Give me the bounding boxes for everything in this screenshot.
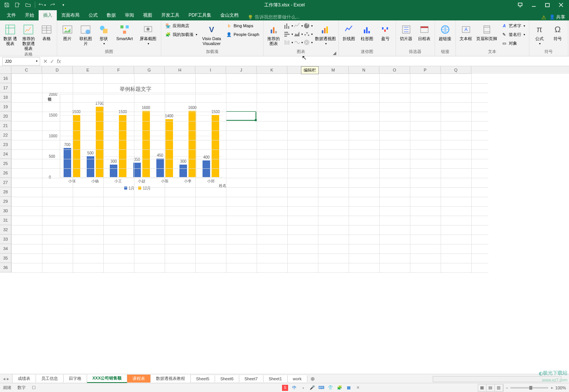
column-header[interactable]: F <box>103 66 134 74</box>
slicer-button[interactable]: 切片器 <box>398 22 414 41</box>
maximize-icon[interactable] <box>541 1 554 9</box>
row-header[interactable]: 23 <box>0 140 11 149</box>
line-chart-icon[interactable]: ▾ <box>294 22 303 30</box>
area-chart-icon[interactable]: ▾ <box>294 30 303 38</box>
macro-record-icon[interactable]: ▢ <box>32 385 36 390</box>
zoom-slider[interactable] <box>510 387 548 389</box>
column-header[interactable]: I <box>195 66 226 74</box>
row-header[interactable]: 31 <box>0 216 11 225</box>
tab-review[interactable]: 审阅 <box>120 10 139 20</box>
tab-layout[interactable]: 页面布局 <box>57 10 84 20</box>
shapes-button[interactable]: 形状▾ <box>96 22 112 45</box>
column-header[interactable]: M <box>318 66 349 74</box>
rec-chart-button[interactable]: 推荐的 图表 <box>266 22 282 46</box>
worksheet-grid[interactable]: CDEFGHIJKLMNOPQ 161718192021222324252627… <box>0 66 569 374</box>
row-header[interactable]: 35 <box>0 254 11 263</box>
tab-home[interactable]: 开始 <box>20 10 39 20</box>
row-header[interactable]: 29 <box>0 197 11 206</box>
name-box[interactable]: J20▾ <box>2 57 40 65</box>
row-header[interactable]: 34 <box>0 244 11 254</box>
sheet-tab[interactable]: work <box>288 375 307 382</box>
column-header[interactable]: D <box>42 66 73 74</box>
row-header[interactable]: 18 <box>0 93 11 102</box>
customize-qat-icon[interactable]: ▾ <box>59 1 68 9</box>
column-header[interactable]: Q <box>441 66 471 74</box>
enter-formula-icon[interactable]: ✓ <box>50 58 55 64</box>
normal-view-icon[interactable]: ▦ <box>478 384 486 391</box>
formula-input[interactable] <box>64 57 569 65</box>
sparkline-line-button[interactable]: 折线图 <box>341 22 357 41</box>
table-button[interactable]: 表格 <box>39 22 55 41</box>
row-header[interactable]: 22 <box>0 131 11 140</box>
tab-file[interactable]: 文件 <box>2 10 20 20</box>
pie-chart-icon[interactable]: ▾ <box>304 22 313 30</box>
tab-insert[interactable]: 插入 <box>39 10 57 20</box>
smartart-button[interactable]: SmartArt <box>114 22 135 41</box>
ribbon-options-icon[interactable] <box>514 1 527 9</box>
fx-icon[interactable]: fx <box>57 58 61 64</box>
share-button[interactable]: 👤 共享 <box>549 14 565 20</box>
open-icon[interactable] <box>23 1 33 9</box>
page-break-icon[interactable]: ▥ <box>495 384 503 391</box>
timeline-button[interactable]: 日程表 <box>416 22 432 41</box>
row-header[interactable]: 33 <box>0 235 11 244</box>
redo-icon[interactable] <box>48 1 57 9</box>
charts-launcher-icon[interactable]: ◢ <box>333 50 337 55</box>
screenshot-button[interactable]: 屏幕截图▾ <box>137 22 159 45</box>
column-header[interactable]: E <box>73 66 103 74</box>
select-all-corner[interactable] <box>0 66 11 74</box>
stock-chart-icon[interactable]: ▾ <box>284 39 293 46</box>
close-icon[interactable] <box>555 1 567 9</box>
online-picture-button[interactable]: 联机图片 <box>78 22 94 46</box>
row-header[interactable]: 36 <box>0 263 11 272</box>
rec-pivot-button[interactable]: 推荐的 数据透视表 <box>20 22 36 51</box>
surface-chart-icon[interactable]: ▾ <box>294 39 303 46</box>
store-button[interactable]: 🏪应用商店 <box>164 22 199 30</box>
sheet-tab[interactable]: 数据透视表教程 <box>151 375 191 383</box>
minimize-icon[interactable] <box>527 1 540 9</box>
zoom-level[interactable]: 100% <box>555 386 566 390</box>
radar-chart-icon[interactable]: ▾ <box>304 39 313 46</box>
equation-button[interactable]: π公式▾ <box>532 22 547 45</box>
active-cell[interactable] <box>226 111 256 121</box>
add-sheet-button[interactable]: ⊕ <box>307 376 318 382</box>
warning-icon[interactable]: ⚠ <box>541 14 546 20</box>
row-header[interactable]: 17 <box>0 83 11 93</box>
ime-toolbar[interactable]: S 中 • 🎤 ⌨ 👕 🧩 ▦ ✕ <box>282 385 361 391</box>
row-header[interactable]: 25 <box>0 159 11 168</box>
bing-maps-button[interactable]: bBing Maps <box>224 22 261 30</box>
save-icon[interactable] <box>2 1 11 9</box>
myaddins-button[interactable]: 🧩我的加载项▾ <box>164 31 199 38</box>
bar-chart-icon[interactable]: ▾ <box>284 30 293 38</box>
sheet-tab[interactable]: Sheet1 <box>263 375 288 382</box>
row-header[interactable]: 27 <box>0 178 11 187</box>
pivot-table-button[interactable]: 数据 透视表 <box>2 22 18 46</box>
tab-formulas[interactable]: 公式 <box>84 10 102 20</box>
sheet-nav[interactable]: ◂▸ <box>0 376 12 381</box>
picture-button[interactable]: 图片 <box>59 22 75 41</box>
column-chart-icon[interactable]: ▾ <box>284 22 293 30</box>
visio-button[interactable]: VVisio Data Visualizer <box>201 22 222 46</box>
row-header[interactable]: 20 <box>0 112 11 121</box>
sheet-tab[interactable]: Sheet6 <box>215 375 239 382</box>
sparkline-winloss-button[interactable]: 盈亏 <box>377 22 393 41</box>
row-header[interactable]: 19 <box>0 102 11 112</box>
tell-me-search[interactable]: 💡 告诉我您想要做什么... <box>243 14 299 20</box>
wordart-button[interactable]: A艺术字▾ <box>500 22 527 30</box>
row-header[interactable]: 28 <box>0 187 11 197</box>
link-button[interactable]: 超链接 <box>437 22 453 41</box>
pivot-chart-button[interactable]: 数据透视图▾ <box>315 22 336 45</box>
column-header[interactable]: H <box>165 66 195 74</box>
undo-icon[interactable]: ▾ <box>37 1 47 9</box>
textbox-button[interactable]: A文本框 <box>458 22 474 41</box>
headerfooter-button[interactable]: 页眉和页脚 <box>476 22 497 41</box>
row-header[interactable]: 26 <box>0 168 11 178</box>
tab-data[interactable]: 数据 <box>102 10 120 20</box>
scatter-chart-icon[interactable]: ▾ <box>304 30 313 38</box>
row-header[interactable]: 30 <box>0 206 11 216</box>
people-graph-button[interactable]: 👤People Graph <box>224 31 261 38</box>
page-layout-icon[interactable]: ▤ <box>486 384 495 391</box>
row-header[interactable]: 32 <box>0 225 11 235</box>
column-header[interactable]: O <box>379 66 410 74</box>
sheet-tab[interactable]: 田字格 <box>64 375 87 383</box>
